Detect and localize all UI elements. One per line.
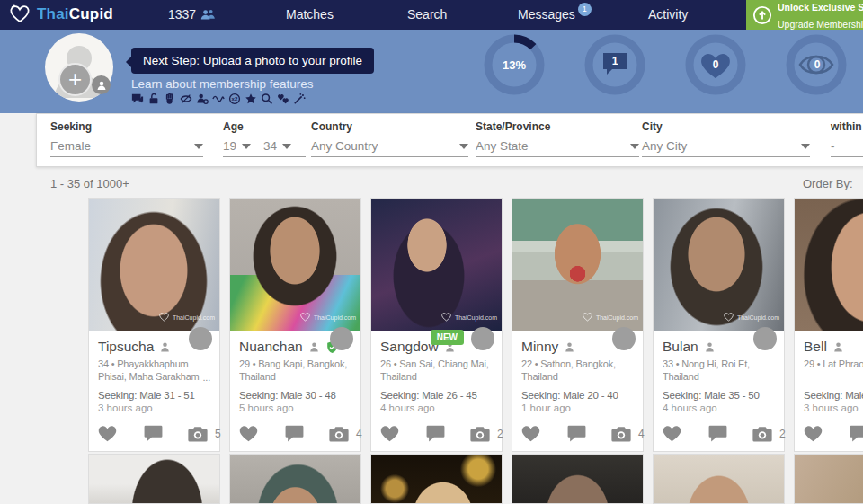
age-label: Age	[223, 120, 306, 133]
nav-matches[interactable]: Matches	[286, 7, 334, 22]
like-button[interactable]	[239, 425, 258, 442]
online-members-count[interactable]: 1337	[168, 7, 215, 22]
message-button[interactable]	[567, 425, 586, 442]
profile-last-active: 3 hours ago	[98, 402, 210, 413]
country-label: Country	[311, 120, 468, 133]
profile-last-active: 4 hours ago	[380, 402, 493, 413]
country-select[interactable]: Any Country	[311, 139, 468, 157]
profile-name[interactable]: Minny	[521, 339, 558, 355]
like-button[interactable]	[804, 425, 823, 442]
add-photo-button[interactable]: +	[58, 63, 92, 96]
profile-photo[interactable]: ThaiCupid.com	[654, 199, 784, 331]
like-button[interactable]	[521, 425, 540, 442]
message-button[interactable]	[144, 425, 163, 442]
chevron-down-icon	[630, 144, 639, 149]
photo-count: 4	[356, 428, 362, 440]
state-label: State/Province	[476, 120, 639, 133]
profile-photo[interactable]	[654, 455, 784, 503]
heart-outline-icon	[158, 312, 170, 323]
more-options-button[interactable]	[471, 327, 494, 350]
nav-messages[interactable]: Messages1	[518, 7, 592, 22]
arrow-up-circle-icon	[752, 5, 772, 25]
profile-photo[interactable]	[371, 455, 502, 503]
profile-photo[interactable]	[89, 455, 219, 503]
nav-search[interactable]: Search	[407, 7, 447, 22]
profile-last-active: 3 hours ago	[804, 402, 863, 413]
within-label: within	[831, 120, 863, 133]
photos-button[interactable]	[611, 426, 631, 442]
like-button[interactable]	[98, 425, 117, 442]
city-select[interactable]: Any City	[642, 139, 810, 157]
profile-completion-stat[interactable]: 13%	[483, 33, 546, 96]
profile-photo[interactable]	[795, 455, 863, 503]
messages-stat[interactable]: 1	[583, 33, 646, 96]
watermark: ThaiCupid.com	[299, 312, 356, 323]
photos-button[interactable]	[752, 426, 772, 442]
likes-stat[interactable]: 0	[684, 33, 747, 96]
new-badge: NEW	[431, 330, 464, 345]
profile-photo[interactable]: ThaiCupid.com	[795, 199, 863, 331]
photo-count: 2	[779, 428, 786, 440]
people-icon	[200, 8, 215, 21]
profile-photo[interactable]	[230, 455, 360, 503]
message-button[interactable]	[850, 425, 863, 442]
profile-photo[interactable]: ThaiCupid.com	[89, 199, 219, 331]
next-step-tooltip: Next Step: Upload a photo to your profil…	[131, 48, 374, 74]
like-button[interactable]	[663, 425, 681, 442]
watermark-text: ThaiCupid.com	[314, 314, 356, 321]
watermark-text: ThaiCupid.com	[173, 314, 215, 321]
profile-card: ThaiCupid.com Bell 29 • Lat Phrao, Thail…	[794, 198, 863, 452]
profile-photo[interactable]: ThaiCupid.com	[371, 199, 502, 331]
profile-name[interactable]: Nuanchan	[239, 339, 303, 355]
photo-count: 5	[215, 428, 221, 440]
watermark: ThaiCupid.com	[158, 312, 215, 323]
order-by-label[interactable]: Order By:	[803, 177, 853, 190]
profile-name[interactable]: Bell	[804, 339, 827, 355]
more-options-button[interactable]	[330, 327, 353, 350]
profile-card-grid: ThaiCupid.com Tipsucha 34 • Phayakkhaphu…	[88, 198, 863, 452]
age-max-select[interactable]: 34	[263, 139, 291, 153]
membership-features-link[interactable]: Learn about membership features	[131, 77, 314, 91]
photos-button[interactable]	[329, 426, 349, 442]
brand-logo[interactable]: ThaiCupid	[9, 4, 113, 25]
age-min-value: 19	[223, 139, 236, 153]
profile-name[interactable]: Bulan	[663, 339, 698, 355]
profile-card: ThaiCupid.com Nuanchan 29 • Bang Kapi, B…	[229, 198, 361, 452]
seeking-select[interactable]: Female	[50, 139, 203, 157]
within-select[interactable]: -	[831, 139, 863, 157]
more-options-button[interactable]	[612, 327, 636, 350]
star-icon	[245, 93, 257, 105]
upgrade-membership-button[interactable]: Unlock Exclusive SearchUpgrade Membershi…	[746, 0, 863, 30]
wave-icon	[212, 93, 225, 105]
watermark: ThaiCupid.com	[723, 312, 779, 323]
photos-button[interactable]	[470, 426, 490, 442]
photos-button[interactable]	[188, 426, 208, 442]
chevron-down-icon	[282, 144, 291, 149]
message-button[interactable]	[708, 425, 727, 442]
country-value: Any Country	[311, 139, 378, 153]
profile-details: 33 • Nong Hi, Roi Et, Thailand	[663, 358, 775, 384]
chevron-down-icon	[194, 144, 203, 149]
profile-photo[interactable]: ThaiCupid.com	[230, 199, 360, 331]
details-text: 33 • Nong Hi, Roi Et, Thailand	[663, 358, 750, 382]
state-select[interactable]: Any State	[476, 139, 639, 157]
profile-photo[interactable]	[512, 455, 643, 503]
heart-logo-icon	[9, 4, 31, 25]
details-text: 22 • Sathon, Bangkok, Thailand	[521, 358, 616, 382]
avatar[interactable]: +	[45, 33, 113, 102]
message-button[interactable]	[285, 425, 304, 442]
nav-activity[interactable]: Activity	[648, 7, 688, 22]
person-icon	[308, 341, 320, 353]
profile-name[interactable]: Tipsucha	[98, 339, 154, 355]
chat-icon	[131, 93, 144, 105]
more-options-button[interactable]	[753, 327, 777, 350]
age-min-select[interactable]: 19	[223, 139, 251, 153]
message-button[interactable]	[426, 425, 445, 442]
details-ellipsis: ...	[200, 371, 210, 384]
more-options-button[interactable]	[189, 327, 212, 350]
profile-photo[interactable]: ThaiCupid.com	[512, 199, 643, 331]
profile-name[interactable]: Sangdow	[380, 339, 439, 355]
like-button[interactable]	[380, 425, 399, 442]
views-stat[interactable]: 0	[785, 33, 848, 96]
seeking-label: Seeking	[50, 120, 203, 133]
